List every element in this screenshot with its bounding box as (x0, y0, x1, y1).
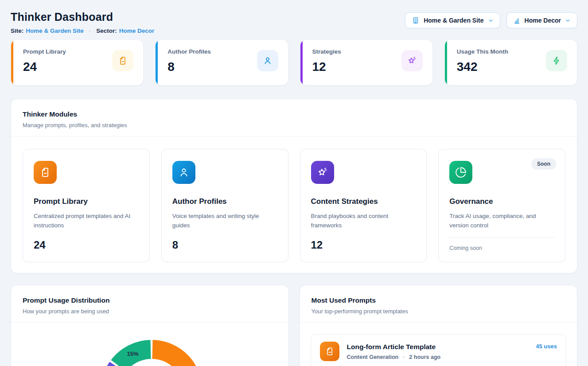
site-selector-label: Home & Garden Site (424, 17, 483, 24)
site-selector-button[interactable]: Home & Garden Site (405, 12, 500, 28)
prompt-item-title: Long-form Article Template (347, 343, 529, 351)
sector-selector-button[interactable]: Home Decor (506, 12, 577, 28)
module-card-content-strategies[interactable]: Content Strategies Brand playbooks and c… (300, 149, 427, 262)
header-titles: Thinker Dashboard Site: Home & Garden Si… (11, 9, 154, 34)
usage-distribution-card: Prompt Usage Distribution How your promp… (11, 285, 289, 366)
document-icon (34, 161, 57, 184)
usage-chart-area: 15% (11, 323, 288, 366)
prompts-card-title: Most Used Prompts (312, 296, 566, 304)
stat-label: Usage This Month (457, 48, 508, 55)
prompt-item-meta: Content Generation · 2 hours ago (347, 354, 529, 360)
module-title: Prompt Library (34, 197, 139, 206)
bottom-row: Prompt Usage Distribution How your promp… (11, 285, 577, 366)
stat-accent-stripe (156, 40, 158, 85)
module-count: 24 (34, 239, 139, 251)
module-description: Voice templates and writing style guides (172, 212, 277, 230)
stat-accent-stripe (445, 40, 447, 85)
modules-subtitle: Manage prompts, profiles, and strategies (23, 122, 565, 128)
chevron-down-icon (488, 18, 494, 23)
soon-badge: Soon (531, 158, 556, 170)
modules-panel: Thinker Modules Manage prompts, profiles… (11, 99, 577, 273)
module-title: Author Profiles (172, 197, 277, 206)
modules-header: Thinker Modules Manage prompts, profiles… (11, 99, 577, 136)
sparkle-star-icon (311, 161, 334, 184)
document-icon (320, 342, 339, 361)
chevron-down-icon (565, 18, 571, 23)
stat-label: Prompt Library (23, 48, 66, 55)
lightning-icon (546, 50, 567, 71)
module-card-author-profiles[interactable]: Author Profiles Voice templates and writ… (161, 149, 288, 262)
stat-accent-stripe (11, 40, 13, 85)
module-footer: Coming soon (449, 237, 554, 251)
sector-label: Sector: (96, 27, 117, 34)
stat-card-author-profiles: Author Profiles 8 (155, 39, 288, 86)
stat-card-strategies: Strategies 12 (300, 39, 433, 86)
coming-soon-text: Coming soon (449, 245, 554, 251)
stat-label: Strategies (312, 48, 341, 55)
sector-selector-label: Home Decor (525, 17, 561, 24)
bar-chart-icon (513, 17, 521, 24)
donut-segment-label: 15% (127, 350, 139, 357)
document-icon (112, 50, 133, 71)
stat-value: 24 (23, 60, 66, 74)
module-title: Content Strategies (311, 197, 416, 206)
module-description: Brand playbooks and content frameworks (311, 212, 416, 230)
module-card-governance[interactable]: Soon Governance Track AI usage, complian… (438, 149, 565, 262)
module-title: Governance (449, 197, 554, 206)
most-used-prompts-card: Most Used Prompts Your top-performing pr… (300, 285, 578, 366)
site-label: Site: (11, 27, 23, 34)
stat-value: 8 (167, 60, 211, 74)
modules-title: Thinker Modules (23, 110, 565, 118)
breadcrumb: Site: Home & Garden Site · Sector: Home … (11, 27, 154, 34)
stat-card-prompt-library: Prompt Library 24 (11, 39, 144, 86)
building-icon (412, 16, 420, 24)
person-icon (257, 50, 278, 71)
pie-chart-icon (449, 161, 472, 184)
prompt-item-category: Content Generation (347, 354, 399, 360)
usage-card-subtitle: How your prompts are being used (23, 308, 277, 315)
header-controls: Home & Garden Site Home Decor (405, 12, 577, 28)
modules-grid: Prompt Library Centralized prompt templa… (11, 136, 577, 273)
prompts-card-subtitle: Your top-performing prompt templates (312, 308, 566, 315)
usage-card-header: Prompt Usage Distribution How your promp… (11, 285, 288, 322)
prompt-list-item[interactable]: Long-form Article Template Content Gener… (311, 334, 567, 366)
stat-accent-stripe (300, 40, 303, 85)
sector-link[interactable]: Home Decor (119, 27, 155, 34)
stat-value: 12 (312, 60, 341, 74)
stat-card-usage: Usage This Month 342 (444, 39, 577, 86)
usage-card-title: Prompt Usage Distribution (23, 296, 277, 304)
module-count: 8 (172, 239, 277, 251)
prompts-list: Long-form Article Template Content Gener… (300, 323, 577, 366)
stats-row: Prompt Library 24 Author Profiles 8 (11, 39, 577, 86)
module-description: Track AI usage, compliance, and version … (449, 212, 554, 230)
stat-text: Usage This Month 342 (457, 48, 508, 85)
stat-value: 342 (457, 60, 508, 74)
usage-donut-svg: 15% (11, 323, 289, 366)
stat-text: Strategies 12 (312, 48, 341, 85)
stat-text: Prompt Library 24 (23, 48, 66, 85)
prompt-item-uses: 45 uses (536, 343, 557, 350)
module-description: Centralized prompt templates and AI inst… (34, 212, 139, 230)
prompt-item-body: Long-form Article Template Content Gener… (347, 343, 529, 360)
page-title: Thinker Dashboard (11, 11, 154, 23)
site-link[interactable]: Home & Garden Site (26, 27, 84, 34)
prompts-card-header: Most Used Prompts Your top-performing pr… (300, 285, 577, 322)
module-card-prompt-library[interactable]: Prompt Library Centralized prompt templa… (23, 149, 150, 262)
dashboard-page: Thinker Dashboard Site: Home & Garden Si… (0, 0, 588, 366)
person-icon (172, 161, 195, 184)
separator-dot: · (403, 354, 405, 360)
stat-label: Author Profiles (167, 48, 211, 55)
prompt-item-time: 2 hours ago (409, 354, 440, 360)
module-count: 12 (311, 239, 416, 251)
stat-text: Author Profiles 8 (167, 48, 211, 85)
sparkle-star-icon (401, 50, 423, 71)
separator-dot: · (89, 27, 91, 34)
divider (449, 237, 554, 238)
page-header: Thinker Dashboard Site: Home & Garden Si… (11, 9, 577, 34)
